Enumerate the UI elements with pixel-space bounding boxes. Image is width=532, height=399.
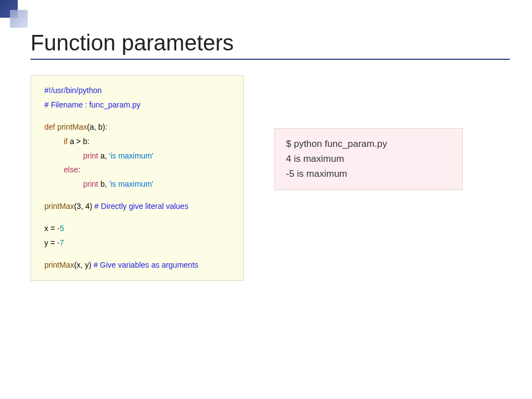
- code-line: printMax(3, 4) # Directly give literal v…: [44, 200, 234, 214]
- output-line: -5 is maximum: [286, 166, 429, 181]
- slide-title: Function parameters: [30, 30, 510, 55]
- output-line: $ python func_param.py: [286, 136, 429, 151]
- code-line: y = -7: [44, 236, 234, 250]
- output-line: 4 is maximum: [286, 151, 429, 166]
- output-block: $ python func_param.py 4 is maximum -5 i…: [274, 128, 463, 190]
- code-line: else:: [44, 163, 234, 177]
- code-line: # Filename : func_param.py: [44, 100, 141, 109]
- slide-content: Function parameters #!/usr/bin/python # …: [30, 30, 510, 377]
- code-line: print b, 'is maximum': [44, 177, 234, 192]
- code-line: #!/usr/bin/python: [44, 86, 102, 95]
- corner-decoration: [0, 0, 30, 30]
- content-row: #!/usr/bin/python # Filename : func_para…: [30, 75, 510, 281]
- code-line: x = -5: [44, 222, 234, 236]
- code-line: if a > b:: [44, 135, 234, 149]
- title-underline: [30, 59, 510, 60]
- code-line: printMax(x, y) # Give variables as argum…: [44, 258, 234, 273]
- code-line: print a, 'is maximum': [44, 149, 234, 163]
- code-line: def printMax(a, b):: [44, 120, 234, 135]
- code-block: #!/usr/bin/python # Filename : func_para…: [30, 75, 244, 281]
